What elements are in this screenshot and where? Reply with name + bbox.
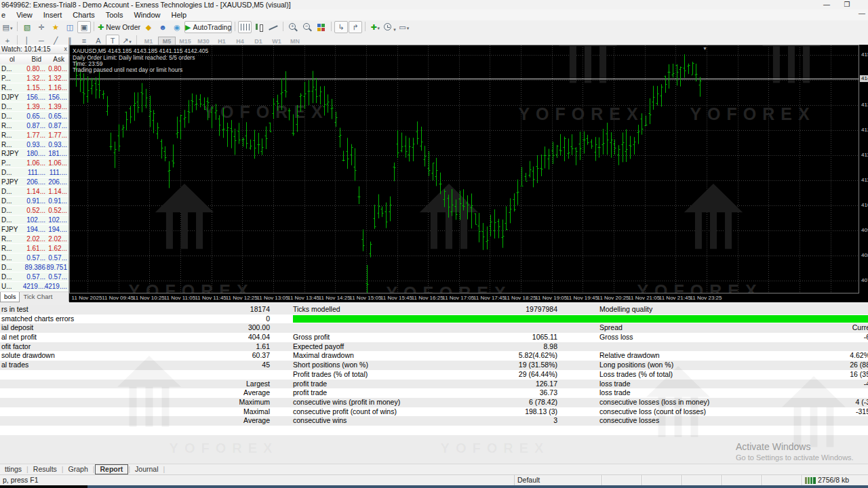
new-order-button-label: New Order xyxy=(106,23,140,31)
mdi-minimize-button[interactable]: — xyxy=(859,9,865,17)
candlestick-chart-button[interactable] xyxy=(252,21,266,33)
bar-chart-button[interactable] xyxy=(238,21,252,33)
market-watch-row[interactable]: D...0.52...0.52... xyxy=(0,206,68,216)
time-axis[interactable]: 11 Nov 202511 Nov 09:4511 Nov 10:2511 No… xyxy=(69,293,868,302)
price-axis[interactable]: 4150.004142.004134.004126.004118.004110.… xyxy=(860,45,868,293)
chart-plot-area[interactable]: XAUUSD,M5 4143.185 4143.185 4141.115 414… xyxy=(69,45,859,293)
ask-cell: 2.02... xyxy=(48,235,67,243)
report-value: 1065.11 xyxy=(380,333,557,342)
menu-item-help[interactable]: Help xyxy=(166,9,193,21)
symbol-cell: RJPY xyxy=(1,149,19,158)
modelling-quality-bar xyxy=(293,315,868,323)
tester-window-button[interactable]: ▣ xyxy=(77,21,91,33)
tab-ttings[interactable]: ttings xyxy=(0,464,26,474)
indicators-b-button[interactable]: ↱ xyxy=(349,21,362,33)
report-label: profit trade xyxy=(293,388,327,398)
market-watch-row[interactable]: R...0.93...0.93... xyxy=(0,140,68,150)
add-indicator-button[interactable]: ✚▾ xyxy=(368,21,382,33)
favorites-icon: ★ xyxy=(52,23,59,31)
symbol-cell: D... xyxy=(1,253,12,262)
column-ask[interactable]: Ask xyxy=(53,55,64,64)
chart-quote-line: XAUUSD,M5 4143.185 4143.185 4141.115 414… xyxy=(73,47,208,54)
expert-advisors-button[interactable]: ☻ xyxy=(156,21,170,33)
tab-journal[interactable]: Journal xyxy=(130,464,163,474)
menu-item-tools[interactable]: Tools xyxy=(100,9,129,21)
new-chart-button[interactable]: ▧ xyxy=(20,21,34,33)
market-watch-row[interactable]: DJPY156....156.... xyxy=(0,93,68,102)
market-watch-row[interactable]: D...1.14...1.14... xyxy=(0,187,68,197)
dropdown-caret-icon: ▾ xyxy=(10,26,13,30)
market-watch-row[interactable]: D...0.57...0.57... xyxy=(0,272,68,282)
market-watch-row[interactable]: R...1.61...1.62... xyxy=(0,244,68,253)
crosshair-tool-icon: + xyxy=(5,37,9,45)
market-watch-row[interactable]: D...0.57...0.57... xyxy=(0,253,68,263)
maximize-button[interactable]: ❐ xyxy=(838,1,856,9)
zoom-out-button[interactable] xyxy=(300,21,314,33)
status-connection-cell[interactable]: 2756/8 kb xyxy=(802,475,868,485)
zoom-in-button[interactable] xyxy=(286,21,300,33)
column-bid[interactable]: Bid xyxy=(32,55,41,64)
toolbar-separator xyxy=(283,22,283,31)
signals-icon: ◉ xyxy=(174,23,180,31)
tab-results[interactable]: Results xyxy=(28,464,62,474)
chart-shift-marker-icon[interactable]: ▼ xyxy=(703,46,707,51)
market-watch-row[interactable]: D...1.39...1.39... xyxy=(0,102,68,112)
report-row: Profit trades (% of total)29 (64.44%)Los… xyxy=(0,370,868,380)
price-axis-label: 4110.00 xyxy=(861,177,868,183)
market-watch-row[interactable]: P...1.06...1.06... xyxy=(0,159,68,168)
market-watch-tab-bols[interactable]: bols xyxy=(0,292,20,302)
column-symbol[interactable]: ol xyxy=(9,55,15,64)
menu-item-view[interactable]: View xyxy=(11,9,38,21)
expert-advisors-icon: ☻ xyxy=(159,23,167,31)
chart-window[interactable]: XAUUSD,M5 4143.185 4143.185 4141.115 414… xyxy=(69,45,868,302)
periods-icon xyxy=(383,23,393,31)
autotrading-button[interactable]: ▶AutoTrading xyxy=(184,21,232,33)
bid-cell: 0.65... xyxy=(26,112,45,121)
tile-windows-button[interactable] xyxy=(315,21,328,33)
tab-graph[interactable]: Graph xyxy=(64,464,93,474)
market-watch-row[interactable]: D...0.65...0.65... xyxy=(0,112,68,121)
favorites-button[interactable]: ★ xyxy=(49,21,62,33)
market-watch-row[interactable]: R...1.77...1.77... xyxy=(0,131,68,140)
report-row: Maximumconsecutive wins (profit in money… xyxy=(0,398,868,407)
market-watch-row[interactable]: FJPY194....194.... xyxy=(0,225,68,235)
line-chart-button[interactable] xyxy=(267,21,280,33)
menu-item-insert[interactable]: Insert xyxy=(38,9,68,21)
cursor-crosshair-button[interactable]: ✛ xyxy=(35,21,48,33)
indicators-a-button[interactable]: ↳ xyxy=(334,21,348,33)
periods-button[interactable]: ▾ xyxy=(382,21,397,33)
chart-profiles-button[interactable]: ▤▾ xyxy=(1,21,14,33)
market-watch-tab-tick-chart[interactable]: Tick Chart xyxy=(20,292,56,302)
menu-item-window[interactable]: Window xyxy=(128,9,165,21)
market-watch-row[interactable]: D...0.91...0.91... xyxy=(0,197,68,206)
minimize-button[interactable]: — xyxy=(818,1,835,9)
report-row: smatched charts errors0 xyxy=(0,314,868,324)
market-watch-row[interactable]: PJPY206....206.... xyxy=(0,178,68,187)
market-watch-row[interactable]: D...0.80...0.80... xyxy=(0,64,68,74)
market-watch-row[interactable]: P...1.32...1.32... xyxy=(0,74,68,83)
market-watch-row[interactable]: R...1.15...1.16... xyxy=(0,83,68,93)
tab-report[interactable]: Report xyxy=(95,464,129,474)
market-watch-row[interactable]: R...0.87...0.87... xyxy=(0,121,68,131)
menu-item-charts[interactable]: Charts xyxy=(67,9,100,21)
report-label: loss trade xyxy=(599,380,631,389)
market-watch-toggle-button[interactable]: ◫ xyxy=(63,21,77,33)
market-watch-row[interactable]: R...2.02...2.02... xyxy=(0,235,68,244)
market-watch-row[interactable]: D...102....102.... xyxy=(0,216,68,225)
status-empty-cell xyxy=(602,475,642,485)
templates-button[interactable]: ▭▾ xyxy=(397,21,411,33)
new-order-button[interactable]: ✚New Order xyxy=(97,21,141,33)
market-watch-row[interactable]: RJPY180....181.... xyxy=(0,149,68,159)
market-watch-row[interactable]: D...89.38689.751 xyxy=(0,263,68,272)
connection-bars-icon xyxy=(805,477,816,484)
marketplace-button[interactable]: ◆ xyxy=(142,21,155,33)
trendline-tool-icon: ╱ xyxy=(54,37,58,45)
report-label: Relative drawdown xyxy=(599,351,660,361)
menu-item-e[interactable]: e xyxy=(0,9,11,21)
close-icon[interactable]: x xyxy=(64,45,68,54)
signals-button[interactable]: ◉ xyxy=(170,21,184,33)
status-profile-cell[interactable]: Default xyxy=(514,475,602,485)
bid-cell: 102.... xyxy=(26,216,45,224)
market-watch-row[interactable]: U...4219....4219.... xyxy=(0,282,68,291)
market-watch-row[interactable]: D...111....111.... xyxy=(0,168,68,178)
